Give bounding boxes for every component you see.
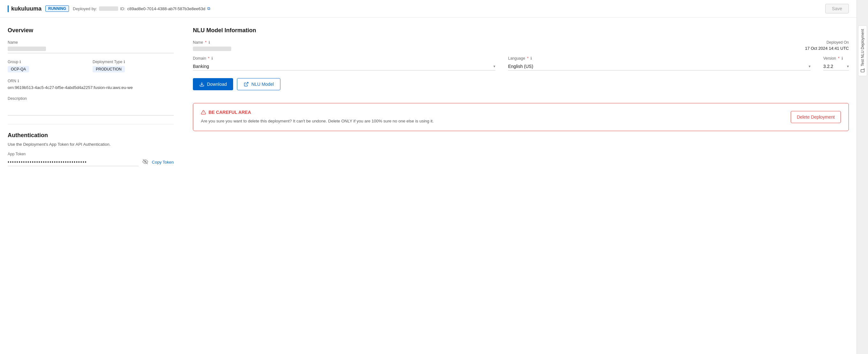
orn-field: ORN ℹ orn:9619b513-4ac5-4c27-bf5e-4abd5d… [8, 79, 174, 90]
right-panel: NLU Model Information Name * ℹ Deployed … [193, 27, 849, 166]
language-field: Language * ℹ English (US) ▾ [508, 56, 810, 70]
deployed-by-label: Deployed by: ID: c89ad8e0-7014-4388-ab7f… [73, 6, 210, 11]
external-link-icon [244, 82, 249, 87]
nlu-name-label: Name * ℹ [193, 40, 805, 45]
language-info-icon[interactable]: ℹ [530, 56, 532, 61]
deployed-by-name [99, 6, 118, 11]
status-badge: RUNNING [45, 5, 69, 12]
right-sidebar: Test NLU Deployment [857, 0, 868, 354]
warning-icon [201, 110, 206, 115]
overview-title: Overview [8, 27, 174, 34]
description-label: Description [8, 96, 174, 101]
version-select[interactable]: 3.2.2 ▾ [823, 63, 849, 70]
name-field-group: Name [8, 40, 174, 53]
domain-chevron-icon: ▾ [493, 64, 495, 69]
domain-select[interactable]: Banking ▾ [193, 63, 495, 70]
auth-description: Use the Deployment's App Token for API A… [8, 142, 174, 147]
deployed-on-section: Deployed On 17 Oct 2024 14:41 UTC [805, 40, 849, 51]
name-label: Name [8, 40, 174, 45]
version-info-icon[interactable]: ℹ [841, 56, 843, 61]
version-label: Version * ℹ [823, 56, 849, 61]
authentication-section: Authentication Use the Deployment's App … [8, 132, 174, 166]
version-field: Version * ℹ 3.2.2 ▾ [823, 56, 849, 70]
delete-deployment-button[interactable]: Delete Deployment [791, 111, 841, 123]
deployment-type-label: Deployment Type ℹ [93, 60, 174, 64]
domain-info-icon[interactable]: ℹ [211, 56, 213, 61]
section-divider [8, 124, 174, 125]
top-bar-left: kukuluuma RUNNING Deployed by: ID: c89ad… [8, 5, 210, 12]
group-info-icon[interactable]: ℹ [20, 60, 21, 64]
group-label: Group ℹ [8, 60, 89, 64]
copy-token-button[interactable]: Copy Token [152, 160, 174, 165]
nlu-buttons-row: Download NLU Model [193, 78, 849, 90]
description-input[interactable] [8, 103, 174, 115]
group-deployment-row: Group ℹ OCP-QA Deployment Type ℹ PRODUCT… [8, 60, 174, 72]
copy-id-icon[interactable]: ⧉ [207, 6, 210, 11]
nlu-fields-row: Domain * ℹ Banking ▾ Language * [193, 56, 849, 70]
orn-value: orn:9619b513-4ac5-4c27-bf5e-4abd5d4a2257… [8, 85, 174, 90]
name-value-blur [8, 46, 46, 51]
download-button[interactable]: Download [193, 78, 233, 90]
deployment-type-info-icon[interactable]: ℹ [124, 60, 125, 64]
toggle-token-visibility-icon[interactable] [143, 159, 148, 166]
deployment-type-tag: PRODUCTION [93, 66, 125, 72]
auth-title: Authentication [8, 132, 174, 139]
nlu-name-info-icon[interactable]: ℹ [209, 40, 210, 45]
content-area: Overview Name Group ℹ OCP-QA [0, 17, 857, 176]
nlu-model-button[interactable]: NLU Model [237, 78, 280, 90]
group-tag: OCP-QA [8, 66, 29, 72]
nlu-name-blur [193, 46, 231, 51]
save-button[interactable]: Save [825, 4, 849, 13]
deployment-id: c89ad8e0-7014-4388-ab7f-587b3e8ee63d [127, 6, 205, 11]
danger-title: BE CAREFUL AREA [201, 110, 784, 115]
danger-description: Are you sure you want to delete this dep… [201, 118, 784, 125]
version-value: 3.2.2 [823, 64, 847, 69]
app-token-input[interactable] [8, 158, 138, 166]
deployed-on-label: Deployed On [805, 40, 849, 45]
danger-content: BE CAREFUL AREA Are you sure you want to… [201, 110, 784, 125]
deployed-on-value: 17 Oct 2024 14:41 UTC [805, 46, 849, 51]
nlu-name-field: Name * ℹ [193, 40, 805, 51]
deployment-type-field: Deployment Type ℹ PRODUCTION [93, 60, 174, 72]
download-icon [199, 82, 205, 87]
danger-zone: BE CAREFUL AREA Are you sure you want to… [193, 103, 849, 131]
language-select[interactable]: English (US) ▾ [508, 63, 810, 70]
chat-icon [860, 68, 865, 73]
nlu-model-title: NLU Model Information [193, 27, 849, 34]
sidebar-tab[interactable]: Test NLU Deployment [858, 26, 867, 76]
token-row: Copy Token [8, 158, 174, 166]
domain-value: Banking [193, 64, 493, 69]
top-bar: kukuluuma RUNNING Deployed by: ID: c89ad… [0, 0, 857, 17]
domain-field: Domain * ℹ Banking ▾ [193, 56, 495, 70]
language-value: English (US) [508, 64, 809, 69]
orn-label: ORN ℹ [8, 79, 174, 83]
left-panel: Overview Name Group ℹ OCP-QA [8, 27, 174, 166]
language-chevron-icon: ▾ [809, 64, 810, 69]
description-field: Description [8, 96, 174, 116]
group-field: Group ℹ OCP-QA [8, 60, 89, 72]
app-title: kukuluuma [8, 5, 41, 12]
orn-info-icon[interactable]: ℹ [18, 79, 19, 83]
app-token-label: App Token [8, 152, 174, 156]
language-label: Language * ℹ [508, 56, 810, 61]
domain-label: Domain * ℹ [193, 56, 495, 61]
version-chevron-icon: ▾ [847, 64, 849, 69]
nlu-name-deployed-row: Name * ℹ Deployed On 17 Oct 2024 14:41 U… [193, 40, 849, 51]
svg-line-3 [246, 82, 248, 84]
